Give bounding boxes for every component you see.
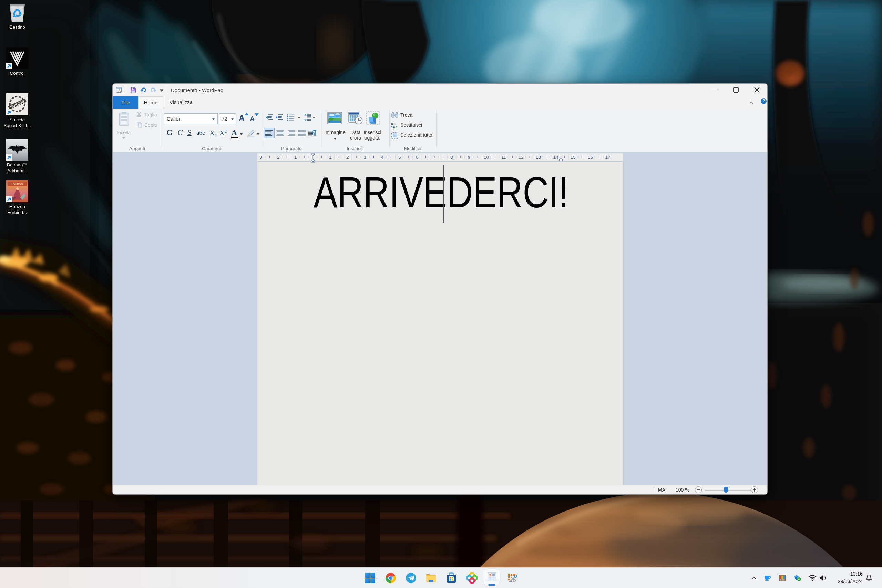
svg-text:17: 17: [605, 154, 610, 160]
svg-text:A: A: [118, 88, 121, 92]
svg-text:2: 2: [346, 154, 349, 160]
svg-text:1: 1: [329, 154, 332, 160]
svg-text:16: 16: [588, 154, 593, 160]
svg-text:7: 7: [433, 154, 436, 160]
svg-text:8: 8: [450, 154, 453, 160]
svg-text:13: 13: [536, 154, 541, 160]
svg-text:4: 4: [381, 154, 384, 160]
svg-text:c: c: [396, 125, 397, 129]
svg-text:2: 2: [277, 154, 280, 160]
svg-text:5: 5: [398, 154, 401, 160]
svg-text:3: 3: [260, 154, 262, 160]
svg-text:12: 12: [519, 154, 524, 160]
svg-text:9: 9: [468, 154, 470, 160]
svg-text:15: 15: [570, 154, 576, 160]
svg-text:3: 3: [363, 154, 366, 160]
svg-text:6: 6: [416, 154, 418, 160]
svg-text:a: a: [393, 125, 395, 129]
svg-text:A: A: [489, 573, 492, 578]
svg-text:10: 10: [484, 154, 489, 160]
svg-text:14: 14: [553, 154, 558, 160]
svg-text:1: 1: [294, 154, 297, 160]
svg-text:11: 11: [501, 154, 506, 160]
svg-text:HORIZON: HORIZON: [12, 183, 23, 185]
